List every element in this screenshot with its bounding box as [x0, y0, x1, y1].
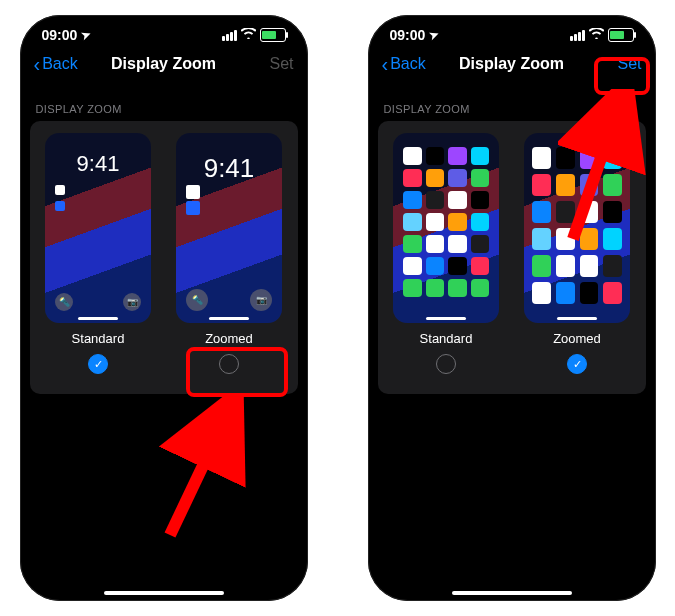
radio-zoomed[interactable]: ✓: [567, 354, 587, 374]
home-indicator-icon: [557, 317, 597, 320]
app-icon: [580, 147, 599, 169]
back-label: Back: [390, 55, 426, 73]
back-label: Back: [42, 55, 78, 73]
back-button[interactable]: ‹ Back: [34, 55, 94, 73]
widget-icon: [55, 201, 65, 211]
app-icon: [403, 169, 422, 187]
page-title: Display Zoom: [94, 55, 234, 73]
annotation-arrow: [150, 395, 260, 545]
flashlight-icon: 🔦: [55, 293, 73, 311]
option-label-standard: Standard: [420, 331, 473, 346]
status-time: 09:00: [390, 27, 426, 43]
app-icon: [448, 235, 467, 253]
app-icon: [556, 228, 575, 250]
app-icon: [532, 228, 551, 250]
app-icon: [532, 174, 551, 196]
app-icon: [426, 213, 445, 231]
app-grid: [403, 147, 489, 301]
app-icon: [580, 201, 599, 223]
home-indicator-icon: [426, 317, 466, 320]
phone-screenshot-right: 09:00 ➤ ‹ Back Display Zoom Set DISPLAY …: [368, 15, 656, 601]
app-icon: [471, 191, 490, 209]
status-time: 09:00: [42, 27, 78, 43]
page-title: Display Zoom: [442, 55, 582, 73]
section-header: DISPLAY ZOOM: [20, 85, 308, 121]
app-icon: [448, 169, 467, 187]
app-icon: [448, 279, 467, 297]
app-icon: [471, 235, 490, 253]
app-icon: [580, 228, 599, 250]
nav-bar: ‹ Back Display Zoom Set: [20, 47, 308, 85]
app-icon: [403, 235, 422, 253]
location-icon: ➤: [428, 27, 441, 42]
chevron-left-icon: ‹: [34, 57, 41, 71]
home-indicator-icon: [104, 591, 224, 595]
preview-standard: 9:41 🔦 📷: [45, 133, 151, 323]
app-icon: [532, 282, 551, 304]
app-icon: [403, 257, 422, 275]
back-button[interactable]: ‹ Back: [382, 55, 442, 73]
preview-zoomed: 9:41 🔦 📷: [176, 133, 282, 323]
signal-icon: [570, 30, 585, 41]
app-grid: [532, 147, 622, 301]
svg-line-1: [170, 413, 228, 535]
set-button[interactable]: Set: [582, 55, 642, 73]
app-icon: [532, 201, 551, 223]
status-bar: 09:00 ➤: [368, 15, 656, 47]
app-icon: [532, 255, 551, 277]
option-standard[interactable]: Standard: [388, 133, 505, 374]
signal-icon: [222, 30, 237, 41]
preview-zoomed: [524, 133, 630, 323]
wifi-icon: [241, 28, 256, 42]
app-icon: [580, 174, 599, 196]
home-indicator-icon: [78, 317, 118, 320]
wifi-icon: [589, 28, 604, 42]
option-zoomed[interactable]: 9:41 🔦 📷 Zoomed: [171, 133, 288, 374]
app-icon: [471, 147, 490, 165]
app-icon: [603, 228, 622, 250]
app-icon: [603, 201, 622, 223]
widget-icon: [186, 201, 200, 215]
zoom-options-card: Standard Zoomed ✓: [378, 121, 646, 394]
home-indicator-icon: [209, 317, 249, 320]
option-label-standard: Standard: [72, 331, 125, 346]
app-icon: [403, 213, 422, 231]
home-indicator-icon: [452, 591, 572, 595]
app-icon: [448, 191, 467, 209]
app-icon: [556, 201, 575, 223]
app-icon: [580, 282, 599, 304]
app-icon: [556, 147, 575, 169]
app-icon: [448, 213, 467, 231]
flashlight-icon: 🔦: [186, 289, 208, 311]
app-icon: [603, 255, 622, 277]
app-icon: [403, 279, 422, 297]
app-icon: [471, 279, 490, 297]
chevron-left-icon: ‹: [382, 57, 389, 71]
app-icon: [448, 257, 467, 275]
radio-zoomed[interactable]: [219, 354, 239, 374]
phone-screenshot-left: 09:00 ➤ ‹ Back Display Zoom Set DISPLAY …: [20, 15, 308, 601]
app-icon: [471, 169, 490, 187]
app-icon: [426, 169, 445, 187]
option-standard[interactable]: 9:41 🔦 📷 Standard ✓: [40, 133, 157, 374]
app-icon: [556, 255, 575, 277]
app-icon: [603, 147, 622, 169]
option-label-zoomed: Zoomed: [553, 331, 601, 346]
set-button[interactable]: Set: [234, 55, 294, 73]
zoom-options-card: 9:41 🔦 📷 Standard ✓ 9:41 🔦 📷 Zoomed: [30, 121, 298, 394]
lock-time: 9:41: [176, 153, 282, 184]
lock-time: 9:41: [45, 151, 151, 177]
radio-standard[interactable]: [436, 354, 456, 374]
app-icon: [603, 282, 622, 304]
status-right: [570, 28, 634, 42]
app-icon: [426, 257, 445, 275]
location-icon: ➤: [80, 27, 93, 42]
camera-icon: 📷: [123, 293, 141, 311]
radio-standard[interactable]: ✓: [88, 354, 108, 374]
app-icon: [532, 147, 551, 169]
option-zoomed[interactable]: Zoomed ✓: [519, 133, 636, 374]
app-icon: [471, 213, 490, 231]
widget-icon: [55, 185, 65, 195]
app-icon: [426, 279, 445, 297]
battery-icon: [260, 28, 286, 42]
